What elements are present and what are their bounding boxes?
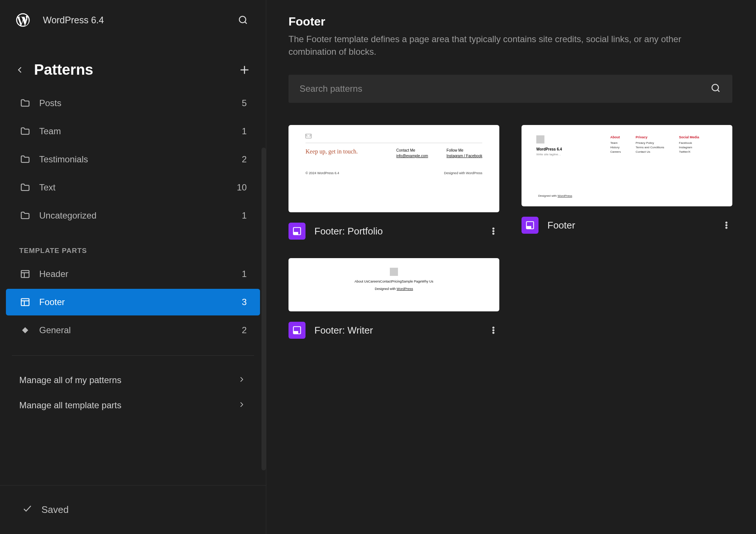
preview-col-line: Facebook [679, 141, 699, 145]
svg-rect-10 [22, 327, 28, 333]
preview-brand: WordPress 6.4 [536, 147, 595, 151]
template-parts-heading: TEMPLATE PARTS [6, 230, 260, 259]
svg-point-15 [493, 228, 494, 229]
manage-template-parts-label: Manage all template parts [19, 400, 230, 410]
pattern-search[interactable] [288, 75, 732, 103]
preview-col-title: Contact Me [396, 148, 428, 152]
sidebar: WordPress 6.4 Patterns Posts 5 Team 1 Te… [0, 0, 266, 534]
svg-point-26 [493, 329, 494, 331]
pattern-card-footer[interactable]: WordPress 6.4 Write site tagline… AboutT… [522, 125, 732, 240]
sidebar-category-text[interactable]: Text 10 [6, 174, 260, 201]
add-pattern-button[interactable] [238, 63, 251, 77]
svg-rect-14 [293, 232, 298, 235]
sidebar-template-part-general[interactable]: General 2 [6, 317, 260, 344]
section-title: Patterns [34, 61, 229, 78]
category-count: 1 [242, 126, 247, 136]
svg-rect-7 [21, 299, 29, 306]
preview-col-line: Team [610, 141, 621, 145]
svg-rect-4 [21, 271, 29, 278]
pattern-actions-button[interactable] [720, 219, 732, 231]
pattern-card-footer-portfolio[interactable]: Keep up, get in touch. Contact Me info@e… [288, 125, 499, 240]
page-title: Footer [288, 15, 734, 28]
sidebar-category-posts[interactable]: Posts 5 [6, 90, 260, 116]
chevron-right-icon [238, 400, 247, 410]
svg-line-12 [718, 90, 719, 92]
placeholder-icon [536, 135, 544, 143]
svg-point-20 [726, 222, 727, 223]
preview-col-line: Instagram [679, 146, 699, 149]
manage-template-parts[interactable]: Manage all template parts [6, 393, 260, 418]
folder-icon [19, 97, 31, 109]
preview-foot-left: © 2024 WordPress 6.4 [306, 171, 339, 175]
pattern-title: Footer [547, 220, 712, 231]
folder-icon [19, 153, 31, 165]
chevron-right-icon [238, 375, 247, 385]
svg-point-11 [712, 84, 719, 91]
category-count: 1 [242, 210, 247, 221]
template-part-count: 3 [242, 297, 247, 307]
layout-icon [19, 268, 31, 280]
category-count: 10 [237, 182, 247, 193]
open-command-palette-button[interactable] [235, 12, 251, 28]
pattern-title: Footer: Writer [314, 325, 479, 336]
category-count: 5 [242, 98, 247, 108]
pattern-actions-button[interactable] [487, 324, 499, 336]
category-label: Uncategorized [39, 210, 234, 221]
pattern-title: Footer: Portfolio [314, 226, 479, 237]
category-count: 2 [242, 154, 247, 165]
topbar: WordPress 6.4 [0, 0, 266, 40]
section-header: Patterns [0, 40, 266, 88]
pattern-card-footer-writer[interactable]: About UsCareersContactPricingSample Page… [288, 258, 499, 339]
folder-icon [19, 210, 31, 222]
manage-my-patterns-label: Manage all of my patterns [19, 375, 230, 385]
preview-link: Instagram / Facebook [446, 154, 482, 158]
search-icon [710, 82, 721, 95]
template-part-label: Footer [39, 297, 234, 307]
sidebar-template-part-header[interactable]: Header 1 [6, 261, 260, 287]
pattern-actions-button[interactable] [487, 225, 499, 237]
pattern-search-input[interactable] [300, 84, 710, 94]
category-label: Posts [39, 98, 234, 108]
back-button[interactable] [15, 65, 25, 75]
preview-col-line: Privacy Policy [635, 141, 664, 145]
preview-col-title: Follow Me [446, 148, 482, 152]
template-part-count: 2 [242, 325, 247, 335]
svg-point-17 [493, 233, 494, 234]
template-part-label: General [39, 325, 234, 335]
sidebar-category-uncategorized[interactable]: Uncategorized 1 [6, 202, 260, 229]
preview-foot-right: Designed with WordPress [444, 171, 482, 175]
main-content: Footer The Footer template defines a pag… [266, 0, 756, 534]
preview-col-head: About [610, 135, 621, 139]
preview-col-line: Terms and Conditions [635, 146, 664, 149]
preview-col-line: Contact Us [635, 150, 664, 153]
svg-rect-24 [293, 331, 298, 334]
preview-tagline: Write site tagline… [536, 153, 595, 156]
pattern-preview: Keep up, get in touch. Contact Me info@e… [288, 125, 499, 212]
preview-col-line: Careers [610, 150, 621, 153]
pattern-preview: About UsCareersContactPricingSample Page… [288, 258, 499, 311]
scrollbar[interactable] [261, 148, 266, 470]
preview-headline: Keep up, get in touch. [306, 148, 378, 155]
placeholder-icon [390, 268, 398, 276]
category-label: Text [39, 182, 229, 193]
preview-foot: Designed with WordPress [375, 287, 413, 291]
category-label: Team [39, 126, 234, 136]
svg-rect-19 [526, 226, 531, 229]
wordpress-logo-icon[interactable] [15, 12, 31, 28]
sidebar-category-testimonials[interactable]: Testimonials 2 [6, 146, 260, 173]
layout-icon [19, 296, 31, 308]
page-description: The Footer template defines a page area … [288, 33, 714, 58]
folder-icon [19, 182, 31, 193]
template-part-icon [522, 217, 539, 234]
manage-my-patterns[interactable]: Manage all of my patterns [6, 368, 260, 393]
divider [12, 355, 254, 356]
template-part-count: 1 [242, 269, 247, 279]
sidebar-template-part-footer[interactable]: Footer 3 [6, 289, 260, 315]
check-icon [22, 503, 33, 516]
sidebar-category-team[interactable]: Team 1 [6, 118, 260, 145]
pattern-grid: Keep up, get in touch. Contact Me info@e… [288, 125, 734, 339]
preview-col-head: Social Media [679, 135, 699, 139]
svg-point-22 [726, 227, 727, 229]
svg-point-16 [493, 230, 494, 232]
svg-point-0 [239, 16, 246, 23]
